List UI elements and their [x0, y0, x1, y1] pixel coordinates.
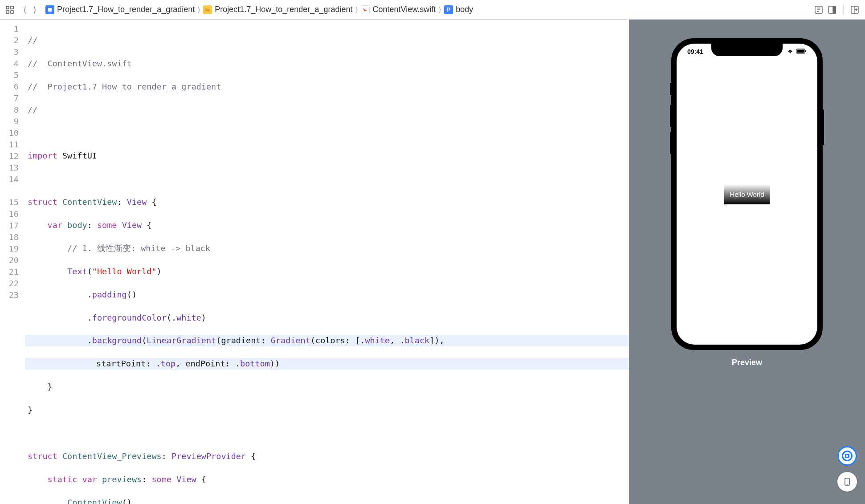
code-text: previews	[97, 475, 142, 484]
phone-volume-up	[670, 105, 672, 127]
code-text: body	[62, 220, 87, 230]
code-text: (gradient:	[216, 336, 271, 345]
code-text: startPoint: .	[96, 359, 161, 368]
minimap-icon[interactable]	[814, 5, 824, 15]
phone-mute-switch	[670, 83, 672, 95]
project-icon	[45, 5, 54, 14]
code-text: View	[127, 197, 147, 207]
code-text: var	[77, 475, 97, 484]
code-text: LinearGradient	[147, 336, 216, 345]
code-text: View	[171, 475, 196, 484]
code-text: ContentView	[67, 498, 122, 504]
code-text: View	[117, 220, 142, 230]
code-text: white	[365, 336, 390, 345]
code-text: some	[151, 475, 171, 484]
hello-text-view: Hello World	[724, 184, 769, 204]
code-text: :	[87, 220, 97, 230]
code-text: (	[87, 267, 92, 276]
chevron-right-icon: ⟩	[197, 5, 200, 15]
code-text: SwiftUI	[57, 151, 97, 160]
code-editor[interactable]: 1234567891011121314151617181920212223 //…	[0, 20, 629, 504]
hello-label: Hello World	[730, 191, 764, 198]
navigator-icon[interactable]	[5, 5, 14, 14]
nav-forward-icon[interactable]: ⟩	[33, 4, 37, 15]
phone-volume-down	[670, 132, 672, 154]
code-text: PreviewProvider	[171, 451, 246, 461]
breadcrumb-folder[interactable]: Project1.7_How_to_render_a_gradient	[203, 5, 352, 14]
code-text: :	[162, 451, 171, 461]
svg-rect-1	[11, 6, 13, 9]
code-text: {	[147, 197, 156, 207]
property-icon: P	[444, 5, 453, 14]
code-text: //	[28, 105, 37, 114]
code-text: }	[28, 382, 53, 391]
code-text: padding	[92, 290, 127, 299]
code-text: static	[28, 475, 77, 484]
code-text: .	[28, 290, 92, 299]
code-text: import	[28, 151, 57, 160]
code-text: struct	[28, 197, 57, 207]
code-text: black	[405, 336, 430, 345]
code-text: ))	[270, 359, 280, 368]
svg-rect-3	[11, 11, 13, 13]
code-text: :	[117, 197, 126, 207]
add-editor-icon[interactable]	[850, 5, 860, 15]
breadcrumb-project[interactable]: Project1.7_How_to_render_a_gradient	[45, 5, 195, 14]
breadcrumb-label: ContentView.swift	[372, 5, 436, 14]
live-preview-button[interactable]	[837, 446, 857, 466]
nav-back-icon[interactable]: ⟨	[23, 4, 27, 15]
code-text: (.	[167, 313, 176, 322]
breadcrumb-label: Project1.7_How_to_render_a_gradient	[57, 5, 195, 14]
svg-rect-10	[833, 6, 836, 13]
code-text: //	[28, 82, 48, 91]
breadcrumb-symbol[interactable]: P body	[444, 5, 473, 14]
code-text: bottom	[240, 359, 270, 368]
line-gutter: 1234567891011121314151617181920212223	[0, 23, 25, 504]
code-text: )	[201, 313, 206, 322]
svg-rect-4	[48, 8, 52, 12]
code-text: (colors: [.	[310, 336, 365, 345]
breadcrumb-bar: ⟨ ⟩ Project1.7_How_to_render_a_gradient …	[0, 0, 865, 20]
chevron-right-icon: ⟩	[438, 5, 441, 15]
code-text: background	[92, 336, 142, 345]
code-text: Text	[28, 267, 87, 276]
phone-power-button	[822, 110, 824, 145]
svg-rect-0	[6, 6, 9, 9]
code-text: (	[142, 336, 147, 345]
code-text: , endPoint: .	[175, 359, 240, 368]
app-content: Hello World	[677, 44, 817, 345]
code-text: struct	[28, 451, 57, 461]
code-text: ContentView	[57, 197, 117, 207]
code-text: Project1.7_How_to_render_a_gradient	[48, 82, 221, 91]
chevron-right-icon: ⟩	[355, 5, 358, 15]
breadcrumb-file[interactable]: ContentView.swift	[361, 5, 436, 14]
code-text: {	[142, 220, 151, 230]
preview-device-button[interactable]	[837, 472, 857, 492]
code-text: {	[196, 475, 206, 484]
breadcrumb-label: Project1.7_How_to_render_a_gradient	[215, 5, 352, 14]
phone-screen: 09:41 Hello World	[677, 44, 817, 345]
code-text: white	[176, 313, 201, 322]
divider	[843, 4, 844, 15]
breadcrumb-label: body	[456, 5, 473, 14]
adjust-editor-icon[interactable]	[827, 5, 837, 15]
code-text: )	[157, 267, 162, 276]
code-text: var	[28, 220, 62, 230]
code-text: ()	[122, 498, 132, 504]
iphone-simulator[interactable]: 09:41 Hello World	[671, 38, 823, 350]
code-text: ]),	[429, 336, 444, 345]
code-text: ContentView.swift	[48, 59, 132, 68]
code-text: :	[142, 475, 151, 484]
code-text: //	[28, 59, 48, 68]
code-text: }	[28, 405, 33, 415]
code-text: foregroundColor	[92, 313, 167, 322]
code-text: top	[161, 359, 175, 368]
code-text: //	[28, 36, 37, 45]
svg-rect-2	[6, 11, 9, 13]
code-text: "Hello World"	[92, 267, 157, 276]
preview-panel: 09:41 Hello World P	[629, 20, 865, 504]
code-text: , .	[390, 336, 404, 345]
code-content[interactable]: // // ContentView.swift // Project1.7_Ho…	[25, 23, 629, 504]
code-text: {	[246, 451, 256, 461]
preview-title: Preview	[732, 358, 762, 367]
